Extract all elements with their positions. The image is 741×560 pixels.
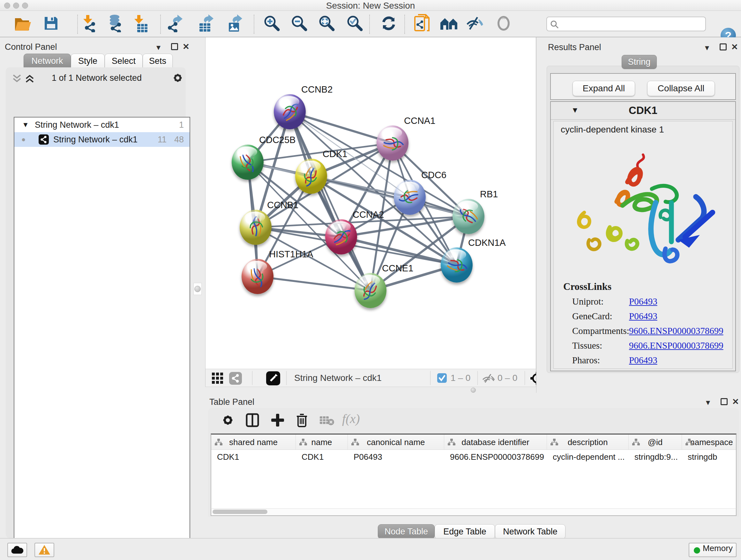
memory-button[interactable]: Memory bbox=[689, 543, 737, 557]
control-panel-close-icon[interactable]: ✕ bbox=[183, 42, 190, 52]
expand-all-button[interactable]: Expand All bbox=[572, 81, 635, 96]
control-panel-menu-caret-icon[interactable]: ▾ bbox=[156, 43, 160, 52]
collapse-all-networks-icon[interactable] bbox=[11, 74, 22, 84]
delete-column-trash-icon[interactable] bbox=[295, 413, 308, 428]
tree-expand-caret-icon[interactable]: ▼ bbox=[22, 118, 29, 132]
table-cell[interactable]: 9606.ENSP00000378699 bbox=[444, 450, 547, 464]
horizontal-splitter[interactable] bbox=[205, 387, 536, 393]
birds-eye-view-icon[interactable] bbox=[266, 371, 280, 387]
show-columns-icon[interactable] bbox=[246, 413, 259, 428]
network-node-CCNB1[interactable] bbox=[240, 210, 272, 245]
network-node-CCNE1[interactable] bbox=[354, 273, 387, 308]
network-collection-count: 1 bbox=[179, 118, 184, 132]
table-hscrollbar-thumb[interactable] bbox=[212, 509, 267, 514]
houses-icon[interactable] bbox=[440, 16, 459, 32]
zoom-selected-icon[interactable] bbox=[347, 15, 363, 33]
network-options-gear-icon[interactable] bbox=[172, 72, 184, 85]
cloud-status-button[interactable] bbox=[7, 543, 27, 557]
network-node-CDKN1A[interactable] bbox=[441, 247, 473, 283]
tab-network-table[interactable]: Network Table bbox=[495, 524, 565, 539]
column-header--id[interactable]: @id bbox=[629, 435, 682, 450]
search-input[interactable] bbox=[562, 18, 702, 30]
tab-edge-table[interactable]: Edge Table bbox=[434, 524, 495, 539]
table-cell[interactable]: P06493 bbox=[348, 450, 444, 464]
crosslink-value-link[interactable]: P06493 bbox=[629, 355, 657, 366]
network-row-selected[interactable]: ● String Network – cdk1 11 48 bbox=[14, 132, 190, 147]
crosslink-value-link[interactable]: 9606.ENSP00000378699 bbox=[629, 326, 724, 336]
network-node-HIST1H1A[interactable] bbox=[242, 259, 273, 294]
gene-section-header[interactable]: ▼ CDK1 bbox=[551, 102, 735, 120]
table-cell[interactable]: cyclin-dependent ... bbox=[547, 450, 629, 464]
hidden-node-edge-counts: 0 – 0 bbox=[497, 373, 517, 383]
zoom-out-icon[interactable] bbox=[291, 15, 308, 33]
warning-icon bbox=[38, 544, 51, 555]
table-gear-icon[interactable] bbox=[221, 413, 235, 428]
save-session-icon[interactable] bbox=[44, 16, 59, 32]
network-node-CDC6[interactable] bbox=[394, 180, 426, 215]
network-node-CCNA1[interactable] bbox=[377, 125, 408, 161]
tab-select[interactable]: Select bbox=[105, 54, 143, 68]
table-panel-menu-caret-icon[interactable]: ▾ bbox=[706, 397, 710, 408]
results-panel-close-icon[interactable]: ✕ bbox=[731, 42, 738, 52]
table-panel-close-icon[interactable]: ✕ bbox=[732, 397, 739, 407]
hide-glyphs-eye-slash-icon[interactable] bbox=[466, 15, 484, 33]
import-network-file-icon[interactable] bbox=[81, 14, 98, 34]
tab-style[interactable]: Style bbox=[71, 54, 105, 68]
zoom-in-icon[interactable] bbox=[264, 15, 280, 33]
column-header-shared-name[interactable]: shared name bbox=[211, 435, 296, 450]
column-header-database-identifier[interactable]: database identifier bbox=[444, 435, 547, 450]
tab-sets[interactable]: Sets bbox=[143, 54, 173, 68]
crosslink-value-link[interactable]: P06493 bbox=[629, 311, 657, 321]
column-header-description[interactable]: description bbox=[547, 435, 629, 450]
table-hscrollbar[interactable] bbox=[211, 508, 737, 516]
expand-all-networks-icon[interactable] bbox=[24, 74, 35, 84]
current-network-title: String Network – cdk1 bbox=[294, 373, 382, 383]
table-cell[interactable]: stringdb bbox=[682, 450, 737, 464]
grid-view-icon[interactable] bbox=[212, 373, 223, 385]
gene-description: cyclin-dependent kinase 1 bbox=[561, 125, 664, 135]
network-node-CDC25B[interactable] bbox=[232, 145, 264, 180]
warning-status-button[interactable] bbox=[35, 543, 54, 557]
show-details-eye-icon[interactable] bbox=[496, 16, 511, 32]
network-node-RB1[interactable] bbox=[453, 199, 484, 234]
table-cell[interactable]: CDK1 bbox=[211, 450, 296, 464]
network-from-clipboard-icon[interactable] bbox=[414, 14, 430, 34]
collapse-all-button[interactable]: Collapse All bbox=[647, 81, 715, 96]
export-table-icon[interactable] bbox=[197, 14, 215, 34]
network-collection-row[interactable]: ▼ String Network – cdk1 1 bbox=[14, 118, 190, 132]
tab-node-table[interactable]: Node Table bbox=[378, 524, 434, 539]
network-share-view-icon[interactable] bbox=[229, 372, 242, 386]
network-edge-CCNB2-CCNE1[interactable] bbox=[290, 112, 370, 291]
export-network-icon[interactable] bbox=[166, 14, 184, 34]
results-panel-float-icon[interactable] bbox=[720, 44, 727, 51]
import-table-icon[interactable] bbox=[133, 14, 148, 34]
table-row[interactable]: CDK1CDK1P064939606.ENSP00000378699cyclin… bbox=[211, 450, 737, 464]
crosslink-value-link[interactable]: P06493 bbox=[629, 296, 657, 307]
network-node-CCNB2[interactable] bbox=[274, 94, 306, 129]
table-cell[interactable]: CDK1 bbox=[296, 450, 348, 464]
table-panel-float-icon[interactable] bbox=[721, 398, 728, 405]
export-image-icon[interactable] bbox=[226, 14, 244, 34]
network-node-label-CCNA1: CCNA1 bbox=[404, 116, 435, 126]
network-node-CCNA2[interactable] bbox=[325, 219, 357, 254]
network-node-CDK1[interactable] bbox=[295, 159, 327, 194]
tab-string[interactable]: String bbox=[622, 55, 657, 69]
column-header-namespace[interactable]: namespace bbox=[682, 435, 737, 450]
crosslink-value-link[interactable]: 9606.ENSP00000378699 bbox=[629, 340, 724, 351]
results-panel-menu-caret-icon[interactable]: ▾ bbox=[705, 43, 709, 53]
open-session-icon[interactable] bbox=[14, 16, 32, 32]
search-field[interactable] bbox=[546, 17, 706, 31]
selected-checkbox-icon[interactable] bbox=[437, 373, 447, 384]
import-network-database-icon[interactable] bbox=[106, 14, 124, 34]
zoom-fit-icon[interactable] bbox=[319, 15, 335, 33]
left-splitter-handle[interactable] bbox=[193, 283, 202, 295]
add-column-plus-icon[interactable] bbox=[271, 413, 285, 428]
network-canvas[interactable]: CCNB2CCNA1CDC25BCDK1CDC6RB1CCNB1CCNA2CDK… bbox=[205, 37, 536, 369]
tab-network[interactable]: Network bbox=[23, 54, 71, 68]
column-header-name[interactable]: name bbox=[296, 435, 348, 450]
network-edge-HIST1H1A-CCNE1[interactable] bbox=[258, 276, 370, 291]
refresh-layout-icon[interactable] bbox=[381, 15, 397, 33]
control-panel-float-icon[interactable] bbox=[171, 43, 178, 50]
column-header-canonical-name[interactable]: canonical name bbox=[348, 435, 444, 450]
table-cell[interactable]: stringdb:9... bbox=[629, 450, 682, 464]
